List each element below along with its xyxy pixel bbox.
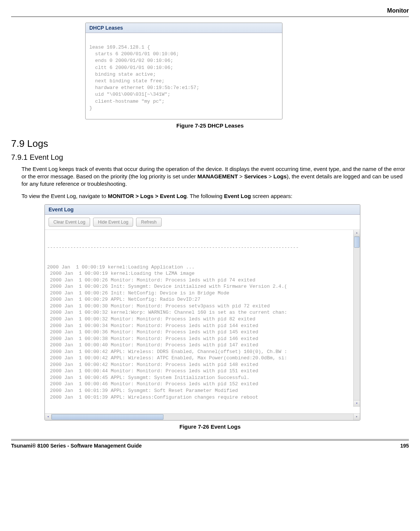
log-line: 2000 Jan 1 00:00:19 kernel:Loading the L…	[47, 270, 351, 277]
event-log-paragraph-1: The Event Log keeps track of events that…	[22, 165, 409, 188]
event-log-paragraph-2: To view the Event Log, navigate to MONIT…	[22, 192, 409, 200]
refresh-button[interactable]: Refresh	[136, 218, 161, 227]
log-line: 2000 Jan 1 00:00:40 Monitor: Monitord: P…	[47, 342, 351, 349]
scroll-up-icon[interactable]: ▴	[354, 230, 360, 237]
log-line: 2000 Jan 1 00:00:19 kernel:Loading Appli…	[47, 264, 351, 271]
log-separator: ----------------------------------------…	[47, 244, 351, 251]
log-line: 2000 Jan 1 00:00:32 kernel:Worp: WARNING…	[47, 309, 351, 316]
log-line: 2000 Jan 1 00:00:34 Monitor: Monitord: P…	[47, 323, 351, 329]
log-line: 2000 Jan 1 00:00:42 Monitor: Monitord: P…	[47, 362, 351, 368]
scroll-right-icon[interactable]: ▸	[353, 414, 360, 420]
vertical-scroll-thumb[interactable]	[354, 237, 360, 248]
horizontal-scrollbar[interactable]: ◂ ▸	[45, 413, 360, 420]
bold-management: MANAGEMENT	[197, 173, 238, 179]
horizontal-scroll-thumb[interactable]	[52, 414, 163, 420]
log-line: 2000 Jan 1 00:00:32 Monitor: Monitord: P…	[47, 316, 351, 323]
event-log-toolbar: Clear Event Log Hide Event Log Refresh	[45, 215, 360, 230]
log-line: 2000 Jan 1 00:00:45 APPL: Sysmgmt: Syste…	[47, 375, 351, 381]
section-heading-logs: 7.9 Logs	[11, 138, 409, 149]
hide-event-log-button[interactable]: Hide Event Log	[93, 218, 133, 227]
log-line: 2000 Jan 1 00:01:39 APPL: Sysmgmt: Soft …	[47, 387, 351, 394]
footer-rule-top	[11, 439, 409, 439]
log-line: 2000 Jan 1 00:00:42 APPL: Wireless: DDRS…	[47, 349, 351, 355]
event-log-area: ----------------------------------------…	[45, 230, 360, 420]
footer-page-number: 195	[400, 443, 409, 449]
dhcp-panel-title: DHCP Leases	[86, 23, 282, 33]
text-run: >	[238, 173, 244, 179]
bold-logs: Logs	[274, 173, 287, 179]
scroll-down-icon[interactable]: ▾	[354, 400, 360, 407]
header-rule	[11, 16, 409, 17]
clear-event-log-button[interactable]: Clear Event Log	[49, 218, 90, 227]
bold-path: MONITOR > Logs > Event Log	[108, 193, 187, 199]
dhcp-panel-content: lease 169.254.128.1 { starts 6 2000/01/0…	[86, 33, 282, 119]
log-line: 2000 Jan 1 00:00:26 Init: Sysmgmt: Devic…	[47, 283, 351, 290]
log-line: 2000 Jan 1 00:00:44 Monitor: Monitord: P…	[47, 368, 351, 375]
log-line: 2000 Jan 1 00:00:29 APPL: NetConfig: Rad…	[47, 296, 351, 303]
event-log-panel: Event Log Clear Event Log Hide Event Log…	[44, 204, 360, 420]
log-line: 2000 Jan 1 00:00:38 Monitor: Monitord: P…	[47, 336, 351, 342]
page-header-title: Monitor	[11, 7, 409, 16]
log-line: 2000 Jan 1 00:00:26 Init: NetConfig: Dev…	[47, 290, 351, 297]
text-run: >	[267, 173, 273, 179]
figure-caption-event-log: Figure 7-26 Event Logs	[11, 423, 409, 430]
event-log-content: ----------------------------------------…	[45, 230, 354, 413]
bold-event-log: Event Log	[224, 193, 251, 199]
scroll-left-icon[interactable]: ◂	[45, 414, 52, 420]
text-run: . The following	[187, 193, 224, 199]
log-line: 2000 Jan 1 00:00:30 Monitor: Monitord: P…	[47, 303, 351, 310]
log-line: 2000 Jan 1 00:00:46 Monitor: Monitord: P…	[47, 381, 351, 387]
dhcp-leases-panel: DHCP Leases lease 169.254.128.1 { starts…	[85, 23, 282, 119]
bold-services: Services	[244, 173, 267, 179]
log-line: 2000 Jan 1 00:01:39 APPL: Wireless:Confi…	[47, 394, 351, 401]
subsection-heading-event-log: 7.9.1 Event Log	[11, 153, 409, 162]
log-line: 2000 Jan 1 00:00:26 Monitor: Monitord: P…	[47, 277, 351, 284]
footer-rule-bottom	[11, 440, 409, 441]
vertical-scrollbar[interactable]: ▴ ▾	[353, 230, 360, 407]
page-footer: Tsunami® 8100 Series - Software Manageme…	[11, 443, 409, 449]
log-line: 2000 Jan 1 00:00:42 APPL: Wireless: ATPC…	[47, 355, 351, 362]
event-log-panel-title: Event Log	[45, 205, 360, 215]
text-run: screen appears:	[251, 193, 292, 199]
log-line: 2000 Jan 1 00:00:36 Monitor: Monitord: P…	[47, 329, 351, 336]
footer-guide-title: Tsunami® 8100 Series - Software Manageme…	[11, 443, 142, 449]
text-run: To view the Event Log, navigate to	[22, 193, 108, 199]
figure-caption-dhcp: Figure 7-25 DHCP Leases	[11, 122, 409, 129]
